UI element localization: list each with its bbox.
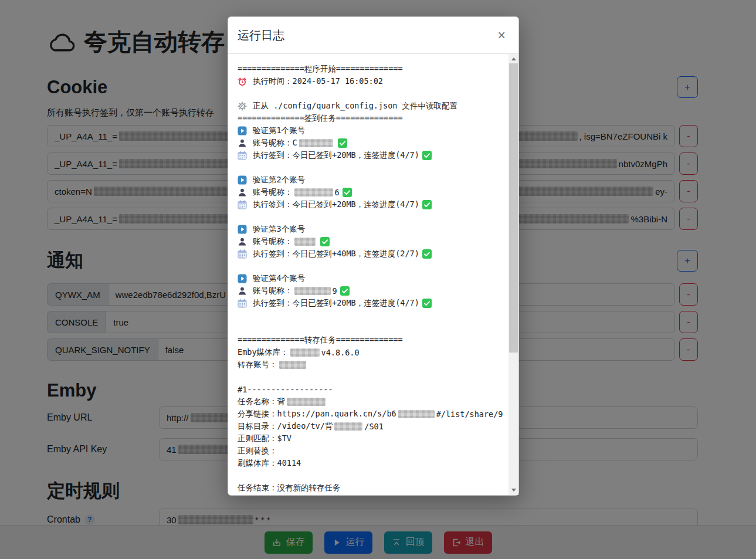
redacted-mosaic — [279, 361, 306, 369]
text-segment: 执行签到：今日已签到+20MB，连签进度(4/7) — [253, 298, 419, 309]
text-segment: 执行签到：今日已签到+40MB，连签进度(2/7) — [253, 249, 419, 259]
log-line: 执行签到：今日已签到+20MB，连签进度(4/7) — [238, 198, 507, 211]
log-line: 账号昵称：6 — [238, 186, 507, 198]
text-segment: 6 — [335, 188, 340, 197]
calendar-icon — [238, 299, 247, 308]
log-line: 执行签到：今日已签到+20MB，连签进度(4/7) — [238, 149, 507, 161]
text-segment: 分享链接：https://pan.quark.cn/s/b6 — [238, 409, 396, 419]
text-segment: 验证第2个账号 — [253, 175, 305, 185]
redacted-mosaic — [294, 287, 331, 295]
text-segment: ==============转存任务============== — [238, 335, 403, 345]
play-badge-icon — [238, 274, 247, 283]
log-line: ==============签到任务============== — [238, 112, 507, 124]
redacted-mosaic — [334, 422, 362, 431]
log-line: 正则匹配：$TV — [238, 432, 507, 445]
text-segment: 正则替换： — [238, 446, 277, 456]
modal-header: 运行日志 × — [228, 17, 518, 54]
redacted-mosaic — [299, 139, 333, 147]
check-icon — [338, 138, 347, 148]
log-line: 验证第2个账号 — [238, 174, 507, 186]
redacted-mosaic — [290, 348, 320, 357]
log-line: 账号昵称：C — [238, 137, 507, 149]
log-line: 任务名称：背 — [238, 395, 507, 408]
text-segment: 任务名称：背 — [238, 397, 285, 407]
log-line: 执行签到：今日已签到+40MB，连签进度(2/7) — [238, 248, 507, 260]
modal-title: 运行日志 — [238, 28, 284, 43]
log-line: 正从 ./config/quark_config.json 文件中读取配置 — [238, 100, 507, 112]
log-line — [238, 469, 507, 482]
check-icon — [422, 299, 432, 308]
text-segment: 正则匹配：$TV — [238, 433, 291, 444]
log-line: ==============转存任务============== — [238, 334, 507, 346]
text-segment: 正从 ./config/quark_config.json 文件中读取配置 — [253, 101, 457, 111]
log-line — [238, 161, 507, 174]
log-line: 转存账号： — [238, 358, 507, 371]
log-line — [238, 371, 507, 383]
redacted-mosaic — [398, 410, 435, 418]
text-segment: 转存账号： — [238, 360, 277, 370]
run-log-modal: 运行日志 × ==============程序开始==============执… — [228, 16, 519, 496]
calendar-icon — [238, 200, 247, 209]
play-badge-icon — [238, 175, 247, 185]
log-line: 执行时间：2024-05-17 16:05:02 — [238, 75, 507, 87]
log-line: 正则替换： — [238, 445, 507, 457]
log-line: 任务结束：没有新的转存任务 — [238, 482, 507, 494]
text-segment: #/list/share/9 — [436, 409, 503, 419]
redacted-mosaic — [287, 398, 326, 406]
log-line — [238, 260, 507, 272]
text-segment: 执行时间：2024-05-17 16:05:02 — [253, 76, 383, 87]
redacted-mosaic — [294, 188, 333, 197]
text-segment: 账号昵称： — [253, 236, 293, 247]
user-icon — [238, 286, 247, 296]
text-segment: ==============签到任务============== — [238, 113, 403, 124]
text-segment: 9 — [333, 286, 337, 296]
log-scrollbar[interactable] — [508, 54, 518, 495]
log-line: 验证第3个账号 — [238, 223, 507, 235]
calendar-icon — [238, 249, 247, 259]
text-segment: 账号昵称：C — [253, 138, 297, 148]
log-line — [238, 87, 507, 100]
check-icon — [320, 237, 330, 246]
log-line: 刷媒体库：40114 — [238, 457, 507, 469]
scrollbar-thumb[interactable] — [509, 63, 518, 353]
text-segment: Emby媒体库： — [238, 347, 289, 358]
text-segment: 验证第3个账号 — [253, 224, 305, 235]
text-segment: 执行签到：今日已签到+20MB，连签进度(4/7) — [253, 150, 419, 161]
run-log: ==============程序开始==============执行时间：202… — [228, 54, 508, 495]
log-line: 账号昵称： — [238, 235, 507, 248]
log-line: Emby媒体库：v4.8.6.0 — [238, 346, 507, 358]
check-icon — [422, 249, 432, 259]
text-segment: 账号昵称： — [253, 286, 293, 296]
text-segment: v4.8.6.0 — [321, 348, 360, 357]
text-segment: 任务结束：没有新的转存任务 — [238, 483, 341, 493]
text-segment: 刷媒体库：40114 — [238, 458, 301, 469]
text-segment: 执行签到：今日已签到+20MB，连签进度(4/7) — [253, 199, 419, 210]
text-segment: 账号昵称： — [253, 187, 293, 198]
check-icon — [343, 188, 352, 197]
user-icon — [238, 237, 247, 246]
log-line: 目标目录：/video/tv/背/S01 — [238, 420, 507, 432]
modal-body: ==============程序开始==============执行时间：202… — [228, 54, 518, 495]
text-segment: #1------------------ — [238, 385, 333, 394]
scrollbar-down-arrow-icon[interactable] — [508, 485, 518, 495]
redacted-mosaic — [294, 238, 316, 246]
text-segment: /S01 — [364, 422, 384, 431]
user-icon — [238, 188, 247, 197]
log-line: 分享链接：https://pan.quark.cn/s/b6#/list/sha… — [238, 408, 507, 420]
log-line: 验证第1个账号 — [238, 124, 507, 137]
gear-icon — [238, 101, 247, 111]
text-segment: 验证第1个账号 — [253, 126, 305, 136]
log-line: #1------------------ — [238, 383, 507, 395]
check-icon — [422, 200, 432, 209]
log-line — [238, 211, 507, 223]
play-badge-icon — [238, 126, 247, 135]
close-icon[interactable]: × — [498, 29, 506, 42]
log-line: 验证第4个账号 — [238, 272, 507, 284]
user-icon — [238, 138, 247, 148]
scrollbar-up-arrow-icon[interactable] — [508, 54, 518, 64]
check-icon — [340, 286, 350, 296]
calendar-icon — [238, 151, 247, 160]
log-line — [238, 321, 507, 334]
alarm-icon — [238, 77, 247, 86]
log-line: ==============程序开始============== — [238, 63, 507, 75]
